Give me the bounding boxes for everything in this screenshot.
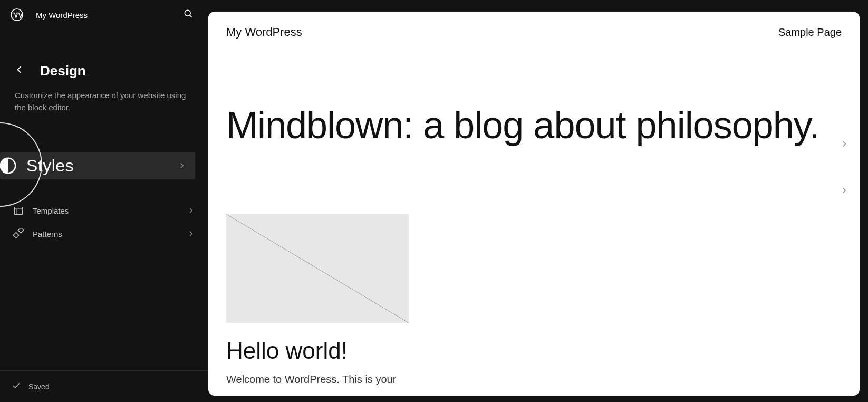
chevron-right-icon	[840, 186, 849, 197]
design-sidebar: Design Customize the appearance of your …	[0, 30, 208, 402]
svg-rect-12	[13, 233, 18, 238]
preview-nav-link[interactable]: Sample Page	[778, 26, 842, 39]
nav-item-label: Templates	[33, 206, 178, 215]
wordpress-logo-icon[interactable]	[11, 8, 23, 21]
site-preview-canvas[interactable]: My WordPress Sample Page Mindblown: a bl…	[208, 12, 860, 396]
chevron-right-icon	[840, 139, 849, 151]
panel-header: Design	[0, 30, 208, 90]
panel-description: Customize the appearance of your website…	[0, 90, 208, 129]
search-icon	[183, 8, 194, 21]
chevron-right-icon	[186, 229, 196, 238]
save-status-bar: Saved	[0, 370, 208, 402]
preview-post-thumbnail-placeholder[interactable]	[226, 214, 409, 323]
nav-item-patterns[interactable]: Patterns	[6, 222, 202, 245]
save-status-label: Saved	[28, 382, 50, 391]
preview-body: Mindblown: a blog about philosophy. Hell…	[208, 53, 860, 386]
search-button[interactable]	[179, 5, 198, 24]
check-icon	[12, 381, 21, 392]
svg-line-15	[226, 214, 409, 323]
svg-rect-13	[18, 228, 23, 233]
preview-post-excerpt: Welcome to WordPress. This is your	[226, 374, 842, 386]
svg-line-2	[190, 15, 192, 17]
svg-point-1	[185, 10, 190, 16]
chevron-right-icon	[186, 206, 196, 215]
preview-post-title[interactable]: Hello world!	[226, 338, 842, 364]
chevron-left-icon	[14, 64, 26, 78]
preview-hero-title: Mindblown: a blog about philosophy.	[226, 106, 842, 146]
admin-topbar: My WordPress	[0, 0, 208, 30]
highlight-mask	[0, 133, 195, 207]
preview-header: My WordPress Sample Page	[208, 12, 860, 53]
patterns-icon	[13, 228, 24, 240]
nav-item-label: Patterns	[33, 229, 178, 238]
preview-site-title[interactable]: My WordPress	[226, 25, 302, 39]
svg-rect-9	[15, 207, 23, 215]
site-name[interactable]: My WordPress	[36, 11, 166, 20]
panel-title: Design	[40, 63, 86, 79]
back-button[interactable]	[11, 61, 30, 80]
